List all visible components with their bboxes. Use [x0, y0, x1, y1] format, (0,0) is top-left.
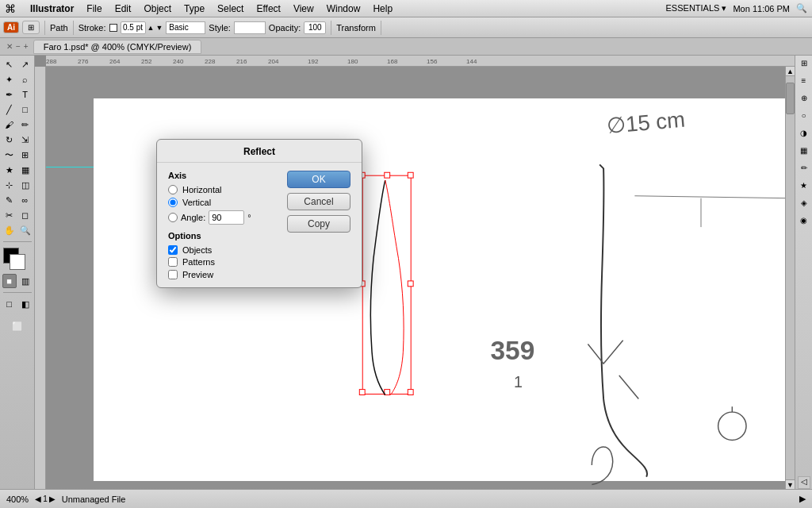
column-graph-tool[interactable]: ▦	[18, 163, 33, 177]
stroke-value-input[interactable]	[121, 21, 146, 34]
paintbrush-tool[interactable]: 🖌	[2, 117, 17, 132]
ok-button[interactable]: OK	[287, 171, 350, 188]
panel-swatches-icon[interactable]: ▦	[798, 146, 810, 159]
scale-tool[interactable]: ⇲	[18, 133, 33, 147]
panel-symbols-icon[interactable]: ★	[798, 181, 810, 194]
maximize-tab-btn[interactable]: +	[24, 42, 29, 51]
symbol-tool[interactable]: ★	[2, 163, 17, 177]
panel-pathfinder-icon[interactable]: ⊕	[798, 94, 810, 106]
menu-object[interactable]: Object	[137, 2, 178, 16]
panel-expand-icon[interactable]: ◁	[798, 476, 810, 489]
type-tool[interactable]: T	[18, 87, 33, 102]
horizontal-radio[interactable]	[168, 185, 178, 194]
ai-logo: Ai	[3, 21, 19, 33]
line-tool[interactable]: ╱	[2, 102, 17, 117]
essentials-label[interactable]: ESSENTIALS ▾	[666, 3, 727, 13]
stroke-color-box[interactable]	[10, 254, 25, 270]
path-label: Path	[50, 23, 68, 33]
stroke-label: Stroke:	[79, 23, 106, 33]
zoom-tool[interactable]: 🔍	[18, 223, 33, 237]
svg-point-10	[718, 412, 746, 440]
pen-tool[interactable]: ✒	[2, 87, 17, 102]
nav-back-btn[interactable]: ◀	[35, 495, 41, 503]
menu-help[interactable]: Help	[366, 2, 399, 16]
active-tab[interactable]: Faro 1.psd* @ 400% (CMYK/Preview)	[33, 40, 202, 54]
free-transform-tool[interactable]: ⊞	[18, 148, 33, 162]
basic-selector[interactable]: Basic	[166, 21, 205, 34]
zoom-level: 400%	[6, 495, 29, 504]
draw-behind-btn[interactable]: ◧	[18, 297, 33, 311]
vertical-scrollbar[interactable]: ▲ ▼	[785, 67, 795, 489]
style-selector[interactable]	[234, 21, 266, 34]
panel-align-icon[interactable]: ≡	[798, 76, 810, 89]
eyedropper-tool[interactable]: ✎	[2, 193, 17, 207]
rect-tool[interactable]: □	[18, 102, 33, 117]
magic-wand-tool[interactable]: ✦	[2, 72, 17, 87]
menu-edit[interactable]: Edit	[109, 2, 138, 16]
nav-fwd-btn[interactable]: ▶	[49, 495, 56, 503]
opacity-input[interactable]	[304, 21, 326, 34]
panel-graphic-icon[interactable]: ◈	[798, 198, 810, 211]
selection-tool[interactable]: ↖	[2, 57, 17, 71]
menu-window[interactable]: Window	[320, 2, 367, 16]
menu-type[interactable]: Type	[178, 2, 211, 16]
angle-radio[interactable]	[168, 213, 178, 222]
scroll-down-btn[interactable]: ▼	[786, 479, 795, 489]
scissors-tool[interactable]: ✂	[2, 208, 17, 222]
close-tab-btn[interactable]: ✕	[6, 42, 13, 51]
copy-button[interactable]: Copy	[287, 215, 350, 233]
svg-rect-6	[408, 281, 413, 287]
patterns-checkbox[interactable]	[168, 257, 178, 267]
eraser-tool[interactable]: ◻	[18, 208, 33, 222]
svg-rect-7	[359, 390, 365, 395]
apple-menu[interactable]: ⌘	[5, 2, 16, 15]
menu-select[interactable]: Select	[211, 2, 250, 16]
menu-view[interactable]: View	[287, 2, 320, 16]
direct-selection-tool[interactable]: ↗	[18, 57, 33, 71]
screen-mode-btn[interactable]: ⬜	[10, 319, 25, 333]
minimize-tab-btn[interactable]: −	[16, 42, 21, 51]
dialog-body: Axis Horizontal Vertical Angle: 90 ° Opt…	[157, 163, 362, 287]
main-area: ↖ ↗ ✦ ⌕ ✒ T ╱ □ 🖌 ✏ ↻ ⇲ 〜 ⊞ ★ ▦	[0, 56, 812, 489]
angle-input[interactable]: 90	[209, 210, 244, 225]
menu-effect[interactable]: Effect	[250, 2, 286, 16]
style-label: Style:	[209, 23, 231, 33]
tool-switcher[interactable]: ⊞	[22, 21, 40, 34]
panel-appearance-icon[interactable]: ◉	[798, 216, 810, 229]
scroll-up-btn[interactable]: ▲	[786, 67, 795, 76]
dialog-buttons: OK Cancel Copy	[287, 171, 350, 279]
app-name[interactable]: Illustrator	[24, 2, 80, 16]
warp-tool[interactable]: 〜	[2, 148, 17, 162]
hand-tool[interactable]: ✋	[2, 223, 17, 237]
panel-transform-icon[interactable]: ⊞	[798, 59, 810, 71]
angle-label: Angle:	[181, 213, 205, 222]
panel-stroke-icon[interactable]: ○	[798, 111, 810, 124]
vertical-radio[interactable]	[168, 198, 178, 207]
panel-color-icon[interactable]: ◑	[798, 129, 810, 141]
cancel-button[interactable]: Cancel	[287, 193, 350, 210]
stroke-up-icon[interactable]: ▲	[147, 24, 155, 32]
scroll-thumb-v[interactable]	[786, 83, 795, 114]
objects-checkbox[interactable]	[168, 245, 178, 255]
preview-checkbox[interactable]	[168, 270, 178, 279]
pencil-tool[interactable]: ✏	[18, 117, 33, 132]
gradient-color-btn[interactable]: ▥	[18, 274, 33, 288]
ruler-label-204: 204	[268, 58, 278, 65]
svg-rect-3	[385, 172, 390, 178]
draw-normal-btn[interactable]: □	[2, 297, 17, 311]
panel-brushes-icon[interactable]: ✏	[798, 164, 810, 176]
menu-file[interactable]: File	[80, 2, 108, 16]
blend-tool[interactable]: ∞	[18, 193, 33, 207]
lasso-tool[interactable]: ⌕	[18, 72, 33, 87]
ruler-label-216: 216	[236, 58, 247, 65]
gradient-tool[interactable]: ◫	[18, 178, 33, 192]
svg-text:359: 359	[491, 336, 535, 365]
play-btn[interactable]: ▶	[799, 494, 806, 504]
fill-none-btn[interactable]: ■	[2, 274, 17, 288]
stroke-down-icon[interactable]: ▼	[155, 24, 163, 32]
horizontal-label: Horizontal	[182, 185, 222, 194]
mesh-tool[interactable]: ⊹	[2, 178, 17, 192]
search-icon[interactable]: 🔍	[796, 3, 807, 13]
rotate-tool[interactable]: ↻	[2, 133, 17, 147]
stroke-color[interactable]	[109, 24, 117, 32]
